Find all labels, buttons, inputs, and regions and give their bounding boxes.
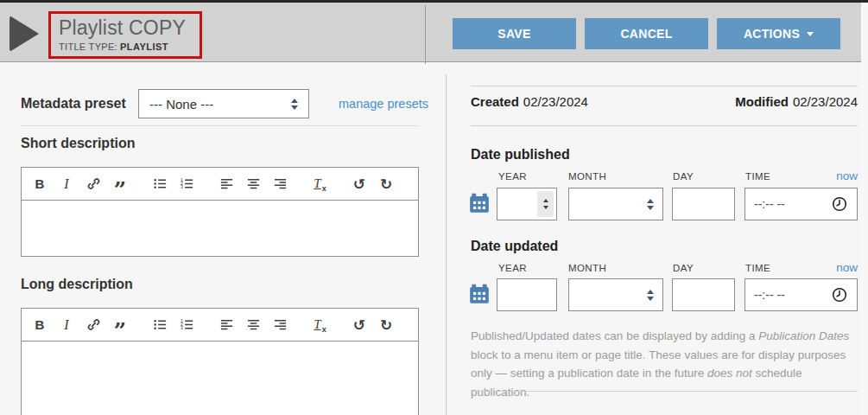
link-button[interactable] — [84, 315, 103, 335]
cancel-button[interactable]: CANCEL — [585, 18, 708, 49]
save-button[interactable]: SAVE — [453, 18, 576, 49]
clock-icon[interactable] — [831, 286, 848, 303]
save-button-label: SAVE — [497, 27, 530, 41]
page: Playlist COPY TITLE TYPE:PLAYLIST SAVE C… — [0, 0, 868, 415]
metadata-preset-select[interactable]: --- None --- — [138, 89, 309, 118]
clear-formatting-button[interactable]: Tx — [310, 315, 329, 335]
updated-month-select[interactable] — [568, 278, 663, 311]
align-right-button[interactable] — [270, 174, 289, 195]
header-divider — [425, 5, 426, 64]
published-day-label: DAY — [673, 171, 694, 182]
select-updown-icon — [291, 99, 298, 110]
select-updown-icon — [647, 199, 654, 210]
published-now-link[interactable]: now — [812, 169, 858, 182]
published-time-label: TIME — [745, 171, 770, 182]
clock-icon[interactable] — [831, 195, 848, 213]
short-description-toolbar: B I ” 123 Tx ↺ ↻ — [22, 168, 418, 201]
title-type-label: TITLE TYPE: — [59, 42, 117, 52]
svg-text:3: 3 — [180, 325, 182, 330]
updated-calendar-icon[interactable] — [468, 283, 491, 305]
align-right-icon — [273, 317, 288, 332]
align-left-icon — [219, 176, 234, 191]
clear-formatting-glyph: Tx — [314, 317, 325, 332]
date-updated-heading: Date updated — [471, 239, 558, 254]
align-center-button[interactable] — [244, 315, 263, 335]
toolbar-group-text: B I ” — [30, 174, 130, 195]
clear-formatting-glyph: Tx — [314, 176, 325, 191]
published-calendar-icon[interactable] — [468, 192, 491, 214]
updated-time-field — [744, 278, 858, 311]
undo-icon: ↺ — [353, 316, 365, 334]
align-left-icon — [219, 317, 234, 332]
published-month-select[interactable] — [568, 188, 663, 220]
bold-button[interactable]: B — [30, 315, 49, 335]
long-description-input[interactable] — [22, 342, 418, 415]
created-label: Created — [471, 94, 519, 109]
title-type: TITLE TYPE:PLAYLIST — [59, 42, 200, 52]
created-value: 02/23/2024 — [523, 94, 588, 109]
blockquote-button[interactable]: ” — [111, 174, 130, 195]
toolbar-group-clear: Tx — [310, 315, 329, 335]
align-right-icon — [273, 176, 288, 191]
redo-button[interactable]: ↻ — [377, 174, 396, 195]
blockquote-button[interactable]: ” — [111, 315, 130, 335]
published-month-label: MONTH — [568, 171, 606, 182]
updated-day-input[interactable] — [673, 279, 734, 310]
ordered-list-button[interactable]: 123 — [177, 174, 196, 195]
align-right-button[interactable] — [270, 315, 289, 335]
created-field: Created02/23/2024 — [471, 94, 588, 109]
unordered-list-button[interactable] — [150, 174, 169, 195]
long-description-editor: B I ” 123 Tx ↺ ↻ — [21, 308, 419, 415]
updated-year-label: YEAR — [498, 263, 527, 273]
redo-button[interactable]: ↻ — [377, 315, 396, 335]
align-left-button[interactable] — [217, 174, 236, 195]
short-description-input[interactable] — [22, 201, 418, 256]
long-description-label: Long description — [21, 277, 133, 292]
published-year-spinner[interactable] — [537, 191, 554, 217]
published-day-input[interactable] — [673, 188, 734, 220]
updated-year-input[interactable] — [497, 279, 556, 310]
undo-button[interactable]: ↺ — [350, 174, 369, 195]
italic-button[interactable]: I — [57, 174, 76, 195]
published-time-input[interactable] — [754, 188, 826, 220]
published-day-field — [672, 188, 735, 220]
right-divider-mid — [471, 125, 858, 126]
link-icon — [86, 176, 101, 191]
redo-icon: ↻ — [380, 176, 392, 193]
unordered-list-button[interactable] — [150, 315, 169, 335]
link-button[interactable] — [84, 174, 103, 195]
toolbar-group-history: ↺ ↻ — [350, 315, 396, 335]
updated-day-label: DAY — [673, 263, 694, 273]
updated-year-field — [497, 278, 557, 311]
unordered-list-icon — [153, 317, 168, 332]
italic-button[interactable]: I — [57, 315, 76, 335]
short-description-label: Short description — [21, 136, 135, 151]
toolbar-group-text: B I ” — [30, 315, 130, 335]
ordered-list-button[interactable]: 123 — [177, 315, 196, 335]
blockquote-glyph: ” — [114, 187, 126, 194]
toolbar-group-history: ↺ ↻ — [350, 174, 396, 195]
date-published-heading: Date published — [471, 147, 570, 163]
note-text: Published/Updated dates can be displayed… — [471, 329, 758, 342]
modified-field: Modified02/23/2024 — [735, 94, 858, 109]
manage-presets-link[interactable]: manage presets — [339, 89, 428, 118]
cancel-button-label: CANCEL — [620, 27, 672, 41]
clear-formatting-button[interactable]: Tx — [310, 174, 329, 195]
undo-button[interactable]: ↺ — [350, 315, 369, 335]
updated-day-field — [672, 278, 735, 311]
published-year-label: YEAR — [498, 171, 527, 182]
right-divider-bottom — [471, 391, 858, 392]
updated-now-link[interactable]: now — [812, 261, 858, 274]
updated-time-label: TIME — [745, 263, 770, 273]
ordered-list-icon: 123 — [180, 176, 194, 191]
header-bar: Playlist COPY TITLE TYPE:PLAYLIST SAVE C… — [0, 0, 868, 62]
updated-time-input[interactable] — [754, 279, 826, 310]
actions-menu-button[interactable]: ACTIONS — [717, 18, 840, 49]
modified-label: Modified — [735, 94, 789, 109]
align-center-icon — [246, 317, 261, 332]
scrollbar-track[interactable] — [861, 3, 868, 415]
align-center-button[interactable] — [244, 174, 263, 195]
bold-button[interactable]: B — [30, 174, 49, 195]
align-left-button[interactable] — [217, 315, 236, 335]
note-italic: Publication Dates — [758, 329, 849, 342]
